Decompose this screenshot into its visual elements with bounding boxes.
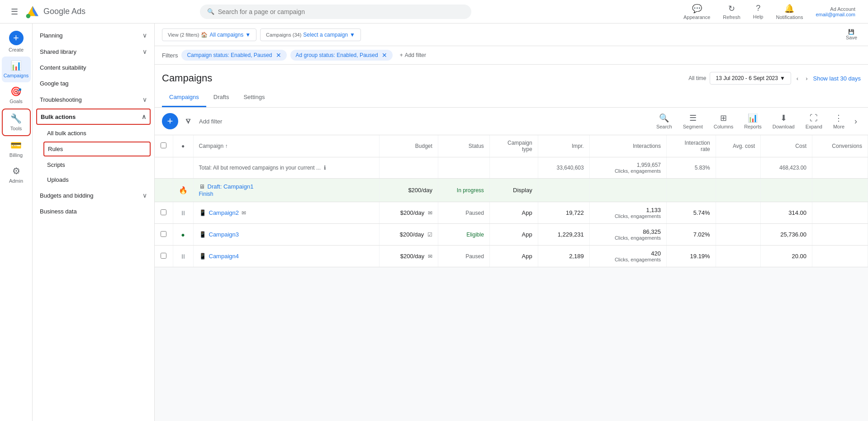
header-budget-col[interactable]: Budget <box>379 135 438 157</box>
select-campaign-value: Select a campaign ▼ <box>303 32 355 38</box>
campaign3-checkbox[interactable] <box>161 231 166 237</box>
campaigns-icon: 📊 <box>10 60 22 71</box>
user-email: email@gmail.com <box>816 12 855 17</box>
draft-campaign1-link[interactable]: Draft: Campaign1 <box>208 183 254 190</box>
sidebar-tools-label: Tools <box>10 126 22 132</box>
tab-campaigns[interactable]: Campaigns <box>162 88 206 107</box>
nav-item-troubleshooting[interactable]: Troubleshooting ∨ <box>33 91 154 108</box>
header-status-col[interactable]: Status <box>438 135 489 157</box>
header-interaction-rate-col[interactable]: Interactionrate <box>667 135 716 157</box>
cost-col-label: Cost <box>795 143 806 149</box>
toolbar-reports-button[interactable]: 📊 Reports <box>740 111 766 131</box>
reports-label: Reports <box>744 124 762 129</box>
nav-item-content-suitability[interactable]: Content suitability <box>33 60 154 76</box>
filter-icon-button[interactable]: ⛛ <box>182 114 195 129</box>
show-last-30-button[interactable]: Show last 30 days <box>813 75 861 82</box>
interaction-rate-col-label: Interactionrate <box>685 140 710 152</box>
table-total-row: Total: All but removed campaigns in your… <box>155 157 868 179</box>
user-account-label: Ad Account <box>830 6 855 12</box>
reports-icon: 📊 <box>748 113 758 123</box>
finish-link[interactable]: Finish <box>199 191 374 197</box>
campaign4-checkbox[interactable] <box>161 253 166 259</box>
date-next-button[interactable]: › <box>804 73 809 84</box>
campaign2-link[interactable]: Campaign2 <box>209 209 239 216</box>
view-filter-bar: View (2 filters) 🏠 All campaigns ▼ Campa… <box>155 24 868 46</box>
nav-item-planning[interactable]: Planning ∨ <box>33 27 154 43</box>
toolbar-more-button[interactable]: ⋮ More <box>829 111 849 131</box>
ad-group-status-filter-chip[interactable]: Ad group status: Enabled, Paused ✕ <box>290 50 393 61</box>
header-interactions-col[interactable]: Interactions <box>589 135 666 157</box>
billing-icon: 💳 <box>10 140 22 151</box>
columns-label: Columns <box>714 124 733 129</box>
nav-item-bulk-actions[interactable]: Bulk actions ∧ <box>36 109 151 125</box>
nav-action-notifications[interactable]: 🔔 Notifications <box>770 2 808 22</box>
campaign4-name-cell: 📱 Campaign4 <box>193 246 379 267</box>
header-impr-col[interactable]: Impr. <box>538 135 589 157</box>
top-navigation: ☰ Google Ads 🔍 💬 Appearance ↻ Refresh ? … <box>0 0 868 24</box>
user-account[interactable]: Ad Account email@gmail.com <box>810 5 861 19</box>
header-conversions-col[interactable]: Conversions <box>812 135 868 157</box>
nav-item-shared-library[interactable]: Shared library ∨ <box>33 43 154 60</box>
search-input[interactable] <box>218 8 464 15</box>
header-campaign-type-col[interactable]: Campaigntype <box>489 135 538 157</box>
header-avg-cost-col[interactable]: Avg. cost <box>716 135 760 157</box>
collapse-panel-button[interactable]: › <box>851 115 861 128</box>
campaign2-avg-cost-cell <box>716 202 760 224</box>
nav-item-google-tag[interactable]: Google tag <box>33 76 154 91</box>
nav-item-budgets-bidding[interactable]: Budgets and bidding ∨ <box>33 187 154 203</box>
header-cost-col[interactable]: Cost <box>761 135 812 157</box>
add-campaign-button[interactable]: + <box>162 113 178 129</box>
draft-rate-cell <box>667 179 716 202</box>
select-all-checkbox[interactable] <box>161 142 166 148</box>
add-filter-plus-icon: + <box>400 52 403 58</box>
sidebar-item-goals[interactable]: 🎯 Goals <box>2 82 31 108</box>
nav-subitem-uploads[interactable]: Uploads <box>33 172 154 187</box>
campaign-selector-dropdown[interactable]: Campaigns (34) Select a campaign ▼ <box>260 28 361 41</box>
sidebar-item-campaigns[interactable]: 📊 Campaigns <box>2 57 31 82</box>
view-filter-dropdown[interactable]: View (2 filters) 🏠 All campaigns ▼ <box>162 28 256 41</box>
total-cost-cell: 468,423.00 <box>761 157 812 179</box>
campaign-status-filter-chip[interactable]: Campaign status: Enabled, Paused ✕ <box>181 50 286 61</box>
toolbar-expand-button[interactable]: ⛶ Expand <box>801 112 827 131</box>
nav-subitem-all-bulk-actions[interactable]: All bulk actions <box>33 126 154 141</box>
save-button[interactable]: 💾 Save <box>842 27 861 42</box>
add-filter-button[interactable]: + Add filter <box>396 50 430 60</box>
toolbar-columns-button[interactable]: ⊞ Columns <box>709 111 738 131</box>
sidebar-goals-label: Goals <box>9 99 23 104</box>
toolbar-download-button[interactable]: ⬇ Download <box>768 111 799 131</box>
sidebar-item-create[interactable]: + Create <box>2 27 31 57</box>
date-prev-button[interactable]: ‹ <box>795 73 800 84</box>
total-avg-cost-cell <box>716 157 760 179</box>
add-filter-toolbar-text[interactable]: Add filter <box>199 118 222 125</box>
sidebar-item-tools[interactable]: 🔧 Tools <box>2 109 31 136</box>
header-campaign-col[interactable]: Campaign ↑ <box>193 135 379 157</box>
nav-action-appearance[interactable]: 💬 Appearance <box>678 2 716 22</box>
tab-settings[interactable]: Settings <box>236 88 272 107</box>
toolbar-segment-button[interactable]: ☰ Segment <box>678 111 707 131</box>
nav-action-help[interactable]: ? Help <box>748 2 769 21</box>
campaign2-type-cell: App <box>489 202 538 224</box>
campaign3-budget-icon: ☑ <box>427 232 432 238</box>
menu-icon[interactable]: ☰ <box>7 3 22 20</box>
nav-action-refresh[interactable]: ↻ Refresh <box>717 2 746 22</box>
app-title: Google Ads <box>43 7 85 16</box>
more-icon: ⋮ <box>835 113 843 123</box>
toolbar-search-button[interactable]: 🔍 Search <box>652 111 677 131</box>
campaign3-link[interactable]: Campaign3 <box>209 231 239 238</box>
campaign2-checkbox[interactable] <box>161 209 166 215</box>
date-picker-button[interactable]: 13 Jul 2020 - 6 Sept 2023 ▼ <box>710 72 791 85</box>
view-filter-label: View (2 filters) <box>168 32 199 38</box>
select-campaign-text: Select a campaign <box>303 32 348 38</box>
sidebar-item-billing[interactable]: 💳 Billing <box>2 136 31 162</box>
nav-subitem-rules[interactable]: Rules <box>43 142 151 156</box>
sidebar-item-admin[interactable]: ⚙ Admin <box>2 162 31 188</box>
sidebar-admin-label: Admin <box>9 178 23 184</box>
date-range-text: 13 Jul 2020 - 6 Sept 2023 <box>716 75 778 81</box>
download-icon: ⬇ <box>780 113 787 123</box>
nav-item-business-data[interactable]: Business data <box>33 203 154 219</box>
search-bar[interactable]: 🔍 <box>200 5 471 19</box>
campaign4-link[interactable]: Campaign4 <box>209 253 239 260</box>
tab-drafts[interactable]: Drafts <box>206 88 237 107</box>
nav-subitem-scripts[interactable]: Scripts <box>33 157 154 172</box>
campaign2-interactions-sub: Clicks, engagements <box>595 213 661 219</box>
